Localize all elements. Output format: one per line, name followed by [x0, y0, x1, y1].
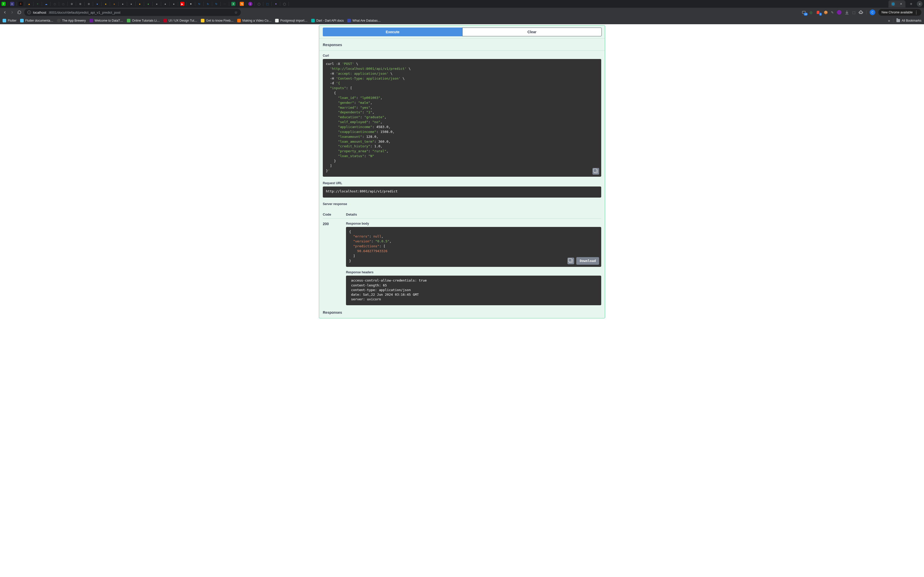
tab-favicon[interactable]: ●: [146, 2, 150, 6]
tab-favicon[interactable]: ↻: [197, 2, 201, 6]
tab-favicon[interactable]: ↻: [214, 2, 218, 6]
bookmark-item[interactable]: Get to know Fireb…: [201, 19, 234, 23]
bookmarks-overflow-icon[interactable]: »: [888, 19, 890, 23]
bookmark-item[interactable]: Flutter: [3, 19, 16, 23]
extension-icon[interactable]: 🍪: [824, 11, 828, 15]
tabs-dropdown-button[interactable]: ▾: [917, 1, 922, 7]
curl-label: Curl: [323, 54, 601, 58]
shopping-extension-icon[interactable]: 1: [816, 10, 821, 15]
browser-tab-strip: F ≡ X ▲ ＋ ☁ ◌ ◌ ⚙ ⚙ ⚙ ● ● ● ● ● ● ● ● ● …: [0, 0, 924, 8]
new-chrome-pill[interactable]: New Chrome available ⋮: [878, 9, 921, 16]
active-tab[interactable]: 🌐 ×: [888, 0, 905, 8]
extension-badge-count: 16: [804, 13, 808, 16]
all-bookmarks-button[interactable]: All Bookmarks: [897, 19, 921, 23]
profile-avatar[interactable]: C: [870, 10, 875, 15]
tab-favicon[interactable]: ●: [112, 2, 116, 6]
bookmarks-bar: Flutter Flutter documenta… The App Brewe…: [0, 17, 924, 24]
bookmark-item[interactable]: What Are Databas…: [347, 19, 381, 23]
url-host: localhost: [33, 11, 46, 15]
request-url-block[interactable]: http://localhost:8001/api/v1/predict: [323, 187, 601, 197]
copy-icon: [594, 169, 598, 173]
downloads-icon[interactable]: [845, 10, 849, 15]
response-body-block[interactable]: { "errors": null, "version": "0.0.5", "p…: [346, 227, 601, 267]
tab-favicon[interactable]: ＋: [36, 2, 40, 6]
bookmark-item[interactable]: Welcome to DataT…: [89, 19, 123, 23]
tab-favicon[interactable]: ↻: [206, 2, 210, 6]
tab-favicon[interactable]: ●: [172, 2, 176, 6]
bookmark-item[interactable]: Postgresql import…: [275, 19, 307, 23]
tab-favicon[interactable]: ●: [95, 2, 99, 6]
extensions-menu-icon[interactable]: [858, 10, 863, 15]
tab-favicon[interactable]: ●: [163, 2, 167, 6]
folder-icon: [897, 19, 900, 22]
tab-favicon[interactable]: X: [19, 2, 23, 6]
tab-favicon[interactable]: ●: [155, 2, 159, 6]
tab-favicon[interactable]: ◌: [53, 2, 57, 6]
tab-favicon[interactable]: ⚙: [87, 2, 91, 6]
copy-button[interactable]: [593, 168, 599, 175]
tab-favicon[interactable]: X: [231, 2, 235, 6]
bookmark-item[interactable]: Making a Video Co…: [237, 19, 271, 23]
bookmark-item[interactable]: The App Brewery: [57, 19, 86, 23]
bookmark-item[interactable]: Online Tutorials Li…: [127, 19, 160, 23]
extension-icon[interactable]: ◎: [809, 11, 813, 15]
tab-favicon[interactable]: ✦: [274, 2, 278, 6]
tab-favicon[interactable]: ⬚: [265, 2, 270, 6]
extension-icon[interactable]: ⬚: [852, 11, 855, 15]
request-url-label: Request URL: [323, 181, 601, 185]
omnibox[interactable]: i localhost:8001/docs#/default/predict_a…: [24, 9, 241, 16]
copy-icon: [569, 259, 573, 263]
background-tabs: F ≡ X ▲ ＋ ☁ ◌ ◌ ⚙ ⚙ ⚙ ● ● ● ● ● ● ● ● ● …: [2, 2, 886, 6]
curl-text: curl -X 'POST' \ 'http://localhost:8001/…: [326, 61, 598, 173]
response-body-label: Response body: [346, 222, 601, 226]
curl-code-block[interactable]: curl -X 'POST' \ 'http://localhost:8001/…: [323, 59, 601, 177]
response-headers-label: Response headers: [346, 271, 601, 274]
extension-icon[interactable]: ✎: [831, 11, 834, 15]
execute-button[interactable]: Execute: [323, 27, 462, 36]
tab-favicon[interactable]: ●: [138, 2, 142, 6]
tab-favicon[interactable]: ⋯: [223, 2, 227, 6]
tab-favicon[interactable]: ◌: [61, 2, 65, 6]
clear-button[interactable]: Clear: [462, 27, 602, 36]
forward-button[interactable]: [10, 10, 15, 15]
tab-favicon[interactable]: ≡: [10, 2, 14, 6]
bookmark-star-icon[interactable]: ☆: [234, 10, 238, 15]
responses-heading: Responses: [319, 39, 605, 51]
tab-favicon[interactable]: F: [2, 2, 6, 6]
swagger-opblock: Execute Clear Responses Curl curl -X 'PO…: [319, 25, 605, 318]
tab-favicon[interactable]: i: [248, 2, 252, 6]
download-button[interactable]: Download: [576, 257, 599, 265]
back-button[interactable]: [3, 10, 7, 15]
tab-favicon[interactable]: ◯: [257, 2, 261, 6]
tab-favicon[interactable]: ▲: [27, 2, 31, 6]
bookmark-item[interactable]: Flutter documenta…: [20, 19, 53, 23]
copy-button[interactable]: [567, 258, 574, 264]
kebab-icon[interactable]: ⋮: [914, 10, 918, 15]
extension-icon[interactable]: [837, 10, 842, 15]
site-info-icon[interactable]: i: [27, 11, 31, 14]
new-chrome-label: New Chrome available: [882, 11, 913, 14]
code-column-header: Code: [323, 213, 336, 216]
page-viewport[interactable]: Execute Clear Responses Curl curl -X 'PO…: [0, 24, 924, 577]
details-column-header: Details: [346, 213, 357, 216]
tab-favicon[interactable]: ☁: [44, 2, 48, 6]
bookmark-item[interactable]: UI / UX Design Tut…: [163, 19, 197, 23]
shopping-badge: 1: [819, 13, 822, 16]
tab-favicon[interactable]: ●: [121, 2, 125, 6]
tab-favicon[interactable]: ✦: [189, 2, 193, 6]
reload-button[interactable]: [17, 10, 22, 15]
tab-favicon[interactable]: ●: [129, 2, 133, 6]
responses-footer: Responses: [319, 305, 605, 318]
tab-favicon[interactable]: ●: [103, 2, 108, 6]
tab-favicon[interactable]: ⚙: [69, 2, 74, 6]
tab-favicon[interactable]: ◯: [282, 2, 286, 6]
new-tab-button[interactable]: ＋: [908, 1, 915, 7]
close-icon[interactable]: ×: [899, 2, 903, 6]
extension-icon[interactable]: 16: [801, 10, 806, 15]
tab-favicon[interactable]: N: [240, 2, 244, 6]
tab-favicon[interactable]: ▶: [180, 2, 184, 6]
tab-favicon[interactable]: ⚙: [78, 2, 82, 6]
url-path: :8001/docs#/default/predict_api_v1_predi…: [48, 11, 120, 15]
bookmark-item[interactable]: Dart - Dart API docs: [311, 19, 344, 23]
response-headers-block[interactable]: access-control-allow-credentials: true c…: [346, 276, 601, 305]
